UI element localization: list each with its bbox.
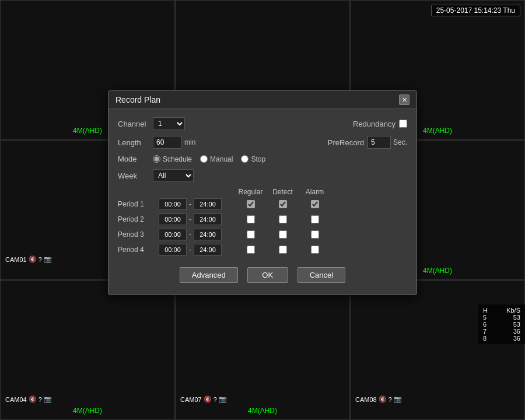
dialog-footer: Advanced OK Cancel: [118, 267, 407, 285]
period-table-header: Regular Detect Alarm: [118, 188, 407, 198]
period-4-alarm[interactable]: [311, 246, 319, 254]
cam-name-7: CAM04 🔇 ? 📷: [5, 396, 52, 403]
period-row-3: Period 3 -: [118, 229, 407, 240]
week-select[interactable]: All Mon Tue Wed Thu Fri Sat Sun: [153, 169, 194, 182]
period-1-end[interactable]: [194, 198, 222, 210]
period-4-regular[interactable]: [247, 246, 255, 254]
dialog-title: Record Plan: [116, 95, 160, 104]
cancel-button[interactable]: Cancel: [298, 267, 345, 283]
length-label: Length: [118, 138, 153, 147]
datetime-badge: 25-05-2017 15:14:23 Thu: [431, 5, 520, 16]
period-3-time: -: [159, 229, 235, 240]
length-unit: min: [184, 138, 195, 146]
period-2-alarm[interactable]: [311, 215, 319, 223]
length-input[interactable]: [153, 136, 182, 149]
redundancy-checkbox[interactable]: [399, 120, 407, 128]
stats-row-3: 736: [483, 328, 520, 335]
prerecord-input[interactable]: [368, 136, 391, 149]
dialog-body: Channel 1 Redundancy Length min PreRecor…: [108, 109, 416, 295]
mode-stop-option[interactable]: Stop: [241, 155, 265, 163]
period-2-end[interactable]: [194, 214, 222, 225]
col-regular: Regular: [235, 188, 267, 196]
col-alarm: Alarm: [299, 188, 331, 196]
period-row-2: Period 2 -: [118, 214, 407, 225]
period-3-alarm[interactable]: [311, 230, 319, 239]
period-1-detect[interactable]: [279, 200, 287, 208]
stats-header: H Kb/S: [483, 307, 520, 314]
dialog-title-bar: Record Plan ✕: [108, 91, 416, 109]
stats-row-4: 836: [483, 335, 520, 342]
camera-label-1: 4M(AHD): [73, 127, 102, 135]
camera-label-6: 4M(AHD): [423, 267, 452, 275]
period-3-end[interactable]: [194, 229, 222, 240]
cam-name-8: CAM07 🔇 ? 📷: [180, 396, 227, 403]
prerecord-label: PreRecord: [328, 138, 364, 147]
mode-radio-group: Schedule Manual Stop: [153, 155, 265, 163]
channel-label: Channel: [118, 120, 153, 128]
mode-schedule-option[interactable]: Schedule: [153, 155, 192, 163]
period-4-start[interactable]: [159, 244, 187, 256]
stats-row-2: 653: [483, 321, 520, 328]
mode-manual-option[interactable]: Manual: [200, 155, 233, 163]
camera-cell-7: CAM04 🔇 ? 📷 4M(AHD): [0, 280, 175, 420]
period-4-end[interactable]: [194, 244, 222, 256]
mode-stop-radio[interactable]: [241, 155, 249, 163]
period-2-detect[interactable]: [279, 215, 287, 223]
period-3-regular[interactable]: [247, 230, 255, 239]
period-2-time: -: [159, 214, 235, 225]
period-3-detect[interactable]: [279, 230, 287, 239]
camera-label-8: 4M(AHD): [248, 407, 277, 415]
week-row: Week All Mon Tue Wed Thu Fri Sat Sun: [118, 169, 407, 182]
camera-cell-9: CAM08 🔇 ? 📷: [350, 280, 525, 420]
period-row-1: Period 1 -: [118, 198, 407, 210]
advanced-button[interactable]: Advanced: [180, 267, 238, 283]
cam-name-4: CAM01 🔇 ? 📷: [5, 256, 52, 263]
cam-name-9: CAM08 🔇 ? 📷: [355, 396, 402, 403]
col-detect: Detect: [267, 188, 299, 196]
ok-button[interactable]: OK: [247, 267, 288, 283]
close-button[interactable]: ✕: [399, 94, 410, 105]
mode-manual-radio[interactable]: [200, 155, 208, 163]
period-2-start[interactable]: [159, 214, 187, 225]
record-plan-dialog: Record Plan ✕ Channel 1 Redundancy Lengt…: [108, 90, 417, 295]
stats-panel: H Kb/S 553 653 736 836: [478, 304, 525, 344]
channel-select[interactable]: 1: [153, 117, 185, 130]
mode-label: Mode: [118, 155, 153, 163]
camera-label-3: 4M(AHD): [423, 127, 452, 135]
period-3-start[interactable]: [159, 229, 187, 240]
redundancy-label: Redundancy: [353, 120, 396, 128]
period-row-4: Period 4 -: [118, 244, 407, 256]
prerecord-unit: Sec.: [393, 138, 407, 146]
period-1-alarm[interactable]: [311, 200, 319, 208]
stats-row-1: 553: [483, 314, 520, 321]
camera-cell-8: CAM07 🔇 ? 📷 4M(AHD): [175, 280, 350, 420]
period-2-regular[interactable]: [247, 215, 255, 223]
week-label: Week: [118, 172, 153, 180]
mode-schedule-radio[interactable]: [153, 155, 160, 163]
period-4-detect[interactable]: [279, 246, 287, 254]
period-1-start[interactable]: [159, 198, 187, 210]
camera-label-7: 4M(AHD): [73, 407, 102, 415]
period-1-regular[interactable]: [247, 200, 255, 208]
period-4-time: -: [159, 244, 235, 256]
period-1-time: -: [159, 198, 235, 210]
